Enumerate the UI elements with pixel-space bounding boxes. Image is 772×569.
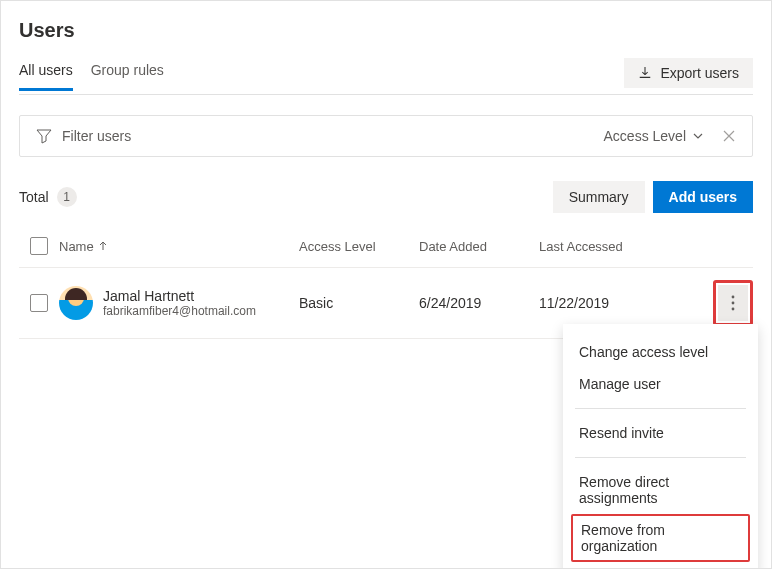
menu-manage-user[interactable]: Manage user [563,368,758,400]
cell-last-accessed: 11/22/2019 [539,295,659,311]
download-icon [638,66,652,80]
tab-group-rules[interactable]: Group rules [91,62,164,91]
column-date-added[interactable]: Date Added [419,239,539,254]
chevron-down-icon [692,130,704,142]
export-users-label: Export users [660,65,739,81]
svg-point-1 [732,302,735,305]
more-actions-button[interactable] [718,285,748,321]
menu-separator [575,408,746,409]
user-email: fabrikamfiber4@hotmail.com [103,304,256,318]
column-name-label: Name [59,239,94,254]
total-row: Total 1 Summary Add users [19,181,753,213]
total-label: Total [19,189,49,205]
cell-date-added: 6/24/2019 [419,295,539,311]
menu-remove-direct-assignments[interactable]: Remove direct assignments [563,466,758,514]
menu-resend-invite[interactable]: Resend invite [563,417,758,449]
menu-change-access-level[interactable]: Change access level [563,336,758,368]
svg-point-0 [732,296,735,299]
select-all-checkbox[interactable] [30,237,48,255]
access-level-label: Access Level [604,128,686,144]
summary-button[interactable]: Summary [553,181,645,213]
page-title: Users [19,19,753,42]
cell-access-level: Basic [299,295,419,311]
filter-icon [36,128,52,144]
filter-placeholder[interactable]: Filter users [62,128,131,144]
total-count-badge: 1 [57,187,77,207]
svg-point-2 [732,308,735,311]
row-checkbox[interactable] [30,294,48,312]
tab-all-users[interactable]: All users [19,62,73,91]
menu-remove-from-organization[interactable]: Remove from organization [571,514,750,562]
sort-up-icon [98,241,108,251]
add-users-button[interactable]: Add users [653,181,753,213]
column-access-level[interactable]: Access Level [299,239,419,254]
column-last-accessed[interactable]: Last Accessed [539,239,659,254]
user-name: Jamal Hartnett [103,288,256,304]
export-users-button[interactable]: Export users [624,58,753,88]
access-level-dropdown[interactable]: Access Level [604,128,704,144]
filter-bar: Filter users Access Level [19,115,753,157]
table-header: Name Access Level Date Added Last Access… [19,231,753,267]
avatar [59,286,93,320]
context-menu: Change access level Manage user Resend i… [563,324,758,569]
more-vertical-icon [731,295,735,311]
column-name[interactable]: Name [59,239,108,254]
menu-separator [575,457,746,458]
close-icon[interactable] [722,129,736,143]
users-table: Name Access Level Date Added Last Access… [19,231,753,339]
tab-bar: All users Group rules Export users [19,58,753,95]
